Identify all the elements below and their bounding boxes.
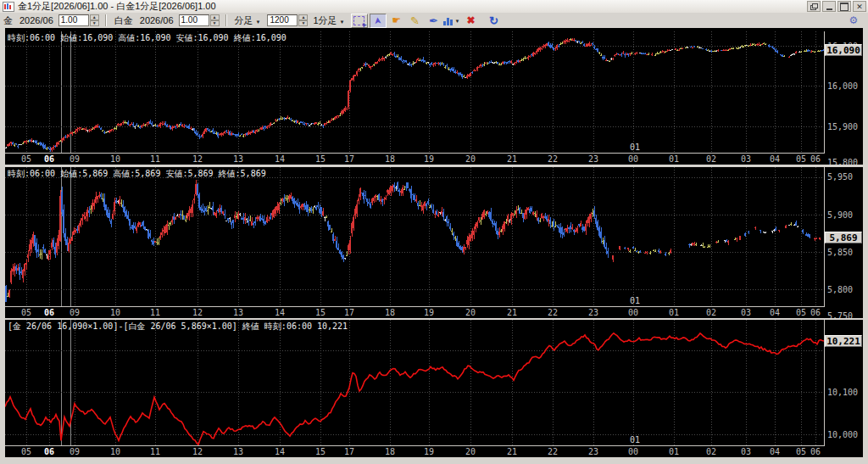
last-price-box: 10,221 (825, 335, 862, 347)
time-tick-label: 06 (810, 154, 821, 164)
restore-all-button[interactable] (807, 1, 821, 12)
chart-type-button[interactable]: ▼ (444, 14, 461, 28)
minimize-button[interactable] (822, 1, 836, 12)
time-tick-label: 10 (110, 308, 120, 317)
time-tick-label: 06 (810, 447, 821, 456)
price-tick-label: 16,000 (827, 81, 858, 91)
time-tick-label: 13 (233, 154, 243, 164)
minimize-icon (826, 8, 832, 10)
gold-ohlc-readout: 時刻:06:00 始値:16,090 高値:16,090 安値:16,090 終… (8, 32, 287, 44)
platinum-multiplier-spinner[interactable]: 1.00 ▲▼ (179, 14, 220, 26)
panel-separator (0, 318, 863, 320)
window-frame-right (863, 28, 868, 464)
wrench-icon: ⚙ (849, 14, 859, 26)
time-tick-label: 19 (424, 154, 434, 164)
time-tick-label: 22 (548, 308, 558, 317)
cursor-tool-button[interactable]: ➤ (370, 14, 387, 28)
time-tick-label: 22 (548, 154, 558, 164)
chevron-down-icon: ▼ (256, 20, 261, 25)
bar-interval-dropdown[interactable]: 1分足▼ (313, 14, 346, 27)
time-tick-label: 02 (706, 154, 716, 164)
date-marker: 01 (630, 143, 640, 152)
price-tick-label: 5,800 (827, 285, 853, 294)
bar-count-arrows[interactable]: ▲▼ (298, 14, 308, 26)
candles-svg (5, 31, 824, 153)
time-tick-label: 04 (770, 447, 780, 456)
panel-separator (0, 165, 863, 167)
platinum-candlestick-plot[interactable]: 時刻:06:00 始値:5,869 高値:5,869 安値:5,869 終値:5… (5, 167, 825, 307)
close-button[interactable]: ✕ (853, 1, 866, 12)
gold-multiplier-input[interactable]: 1.00 (58, 14, 89, 26)
bar-type-dropdown[interactable]: 分足▼ (235, 14, 263, 27)
pen-icon: ✒ (429, 14, 438, 27)
settings-button[interactable]: ⚙ (845, 14, 862, 28)
platinum-multiplier-arrows[interactable]: ▲▼ (210, 14, 220, 26)
time-tick-label: 21 (507, 308, 517, 317)
time-tick-label: 13 (233, 447, 243, 456)
platinum-multiplier-input[interactable]: 1.00 (179, 14, 209, 26)
pan-tool-button[interactable]: ☛ (388, 14, 405, 28)
spread-line-plot[interactable]: [金 26/06 16,090×1.00]-[白金 26/06 5,869×1.… (5, 320, 825, 446)
gold-candlestick-plot[interactable]: 時刻:06:00 始値:16,090 高値:16,090 安値:16,090 終… (5, 31, 825, 154)
cursor-icon: ➤ (372, 16, 384, 25)
clear-drawings-button[interactable]: ✖ (463, 14, 480, 28)
platinum-contract-select[interactable]: 2026/06 (140, 15, 174, 25)
toolbar-separator (105, 14, 107, 26)
refresh-icon: ↻ (489, 14, 498, 27)
time-tick-label: 19 (424, 308, 434, 317)
price-tick-label: 15,900 (827, 122, 858, 131)
time-tick-label: 12 (192, 308, 203, 317)
time-tick-label: 01 (669, 447, 679, 456)
draw-tool-button[interactable]: ✎ (407, 14, 424, 28)
time-tick-label: 03 (741, 447, 751, 456)
platinum-ohlc-readout: 時刻:06:00 始値:5,869 高値:5,869 安値:5,869 終値:5… (8, 168, 266, 180)
time-tick-label: 02 (706, 447, 716, 456)
bar-count-spinner[interactable]: 1200 ▲▼ (267, 14, 308, 26)
price-tick-label: 5,950 (827, 172, 853, 182)
time-tick-label: 05 (21, 447, 31, 456)
window-frame-bottom (0, 457, 868, 464)
zoom-select-icon (353, 16, 364, 25)
time-tick-label: 17 (344, 308, 354, 317)
time-tick-label: 02 (706, 308, 716, 317)
time-tick-label: 12 (192, 154, 203, 164)
gold-multiplier-arrows[interactable]: ▲▼ (90, 14, 99, 26)
time-tick-label: 15 (315, 154, 326, 164)
time-tick-label: 05 (21, 154, 31, 164)
gold-contract-select[interactable]: 2026/06 (19, 15, 53, 25)
time-tick-label: 00 (628, 447, 638, 456)
zoom-select-tool-button[interactable] (351, 14, 368, 28)
price-tick-label: 5,850 (827, 248, 853, 257)
time-tick-label: 14 (275, 447, 285, 456)
maximize-icon (840, 3, 849, 11)
window-frame-left (0, 28, 5, 464)
gold-multiplier-spinner[interactable]: 1.00 ▲▼ (58, 14, 99, 26)
platinum-time-axis: 0506091011121314151718192021222300010203… (5, 307, 824, 318)
time-tick-label: 14 (275, 308, 285, 317)
last-price-box: 5,869 (825, 232, 862, 243)
time-tick-label: 13 (233, 308, 243, 317)
time-tick-label: 11 (150, 447, 160, 456)
maximize-button[interactable] (837, 1, 851, 12)
app-icon (3, 2, 14, 12)
time-tick-label: 23 (588, 447, 598, 456)
price-tick-label: 10,100 (827, 388, 858, 397)
time-tick-label: 00 (628, 308, 638, 317)
time-tick-label: 18 (385, 447, 395, 456)
time-tick-label: 06 (44, 447, 54, 456)
time-tick-label: 21 (507, 154, 517, 164)
candles-svg (5, 167, 824, 306)
chevron-down-icon: ▼ (340, 20, 345, 25)
refresh-button[interactable]: ↻ (486, 14, 503, 28)
restore-icon (810, 3, 818, 10)
time-tick-label: 17 (344, 154, 354, 164)
chart-client-area: 時刻:06:00 始値:16,090 高値:16,090 安値:16,090 終… (0, 28, 868, 464)
time-tick-label: 20 (465, 447, 476, 456)
bar-count-input[interactable]: 1200 (267, 14, 298, 26)
title-bar: 金1分足[2026/06]1.00 - 白金1分足[2026/06]1.00 ✕ (0, 0, 868, 13)
toolbar: 金 2026/06 1.00 ▲▼ 白金 2026/06 1.00 ▲▼ 分足▼… (0, 13, 868, 29)
time-tick-label: 01 (669, 154, 679, 164)
pen-tool-button[interactable]: ✒ (426, 14, 442, 28)
time-tick-label: 15 (315, 447, 326, 456)
chevron-down-icon: ▼ (455, 19, 460, 24)
